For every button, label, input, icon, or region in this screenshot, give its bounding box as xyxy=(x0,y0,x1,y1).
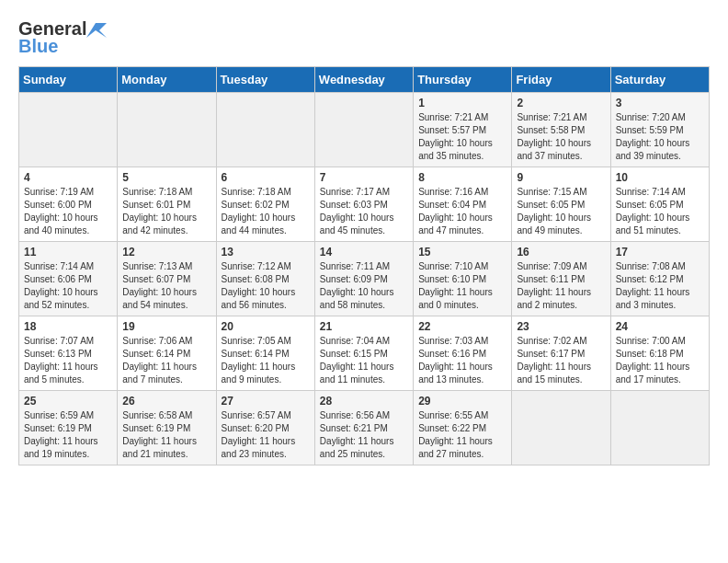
calendar-cell: 6 Sunrise: 7:18 AMSunset: 6:02 PMDayligh… xyxy=(216,167,314,242)
day-number: 26 xyxy=(122,395,210,408)
calendar-cell xyxy=(216,93,314,167)
col-header-wednesday: Wednesday xyxy=(314,67,413,93)
calendar-cell: 28 Sunrise: 6:56 AMSunset: 6:21 PMDaylig… xyxy=(314,391,413,465)
col-header-tuesday: Tuesday xyxy=(216,67,314,93)
day-info: Sunrise: 7:05 AMSunset: 6:14 PMDaylight:… xyxy=(222,336,296,385)
day-info: Sunrise: 7:00 AMSunset: 6:18 PMDaylight:… xyxy=(616,336,690,385)
calendar-cell: 23 Sunrise: 7:02 AMSunset: 6:17 PMDaylig… xyxy=(512,316,610,391)
calendar-cell: 10 Sunrise: 7:14 AMSunset: 6:05 PMDaylig… xyxy=(610,167,709,242)
day-number: 11 xyxy=(24,246,112,259)
day-number: 16 xyxy=(517,246,605,259)
day-info: Sunrise: 7:14 AMSunset: 6:06 PMDaylight:… xyxy=(24,261,98,310)
day-info: Sunrise: 7:11 AMSunset: 6:09 PMDaylight:… xyxy=(320,261,394,310)
day-number: 14 xyxy=(320,246,408,259)
day-number: 1 xyxy=(418,97,506,109)
day-number: 27 xyxy=(222,395,310,408)
day-number: 25 xyxy=(24,395,112,408)
col-header-sunday: Sunday xyxy=(19,67,118,93)
calendar-cell xyxy=(314,93,413,167)
day-number: 18 xyxy=(24,320,112,333)
col-header-thursday: Thursday xyxy=(414,67,512,93)
day-info: Sunrise: 7:10 AMSunset: 6:10 PMDaylight:… xyxy=(418,261,493,310)
day-number: 21 xyxy=(320,320,408,333)
day-number: 29 xyxy=(418,395,506,408)
calendar-cell: 5 Sunrise: 7:18 AMSunset: 6:01 PMDayligh… xyxy=(118,167,216,242)
calendar-cell: 11 Sunrise: 7:14 AMSunset: 6:06 PMDaylig… xyxy=(19,242,118,316)
calendar-cell: 12 Sunrise: 7:13 AMSunset: 6:07 PMDaylig… xyxy=(118,242,216,316)
calendar-cell: 3 Sunrise: 7:20 AMSunset: 5:59 PMDayligh… xyxy=(610,93,709,167)
calendar-cell: 16 Sunrise: 7:09 AMSunset: 6:11 PMDaylig… xyxy=(512,242,610,316)
day-number: 2 xyxy=(517,97,605,109)
day-number: 3 xyxy=(616,97,704,109)
calendar-cell: 29 Sunrise: 6:55 AMSunset: 6:22 PMDaylig… xyxy=(414,391,512,465)
day-info: Sunrise: 6:56 AMSunset: 6:21 PMDaylight:… xyxy=(320,410,394,459)
calendar-cell xyxy=(512,391,610,465)
calendar-week-row: 1 Sunrise: 7:21 AMSunset: 5:57 PMDayligh… xyxy=(19,93,710,167)
calendar-cell: 7 Sunrise: 7:17 AMSunset: 6:03 PMDayligh… xyxy=(314,167,413,242)
day-info: Sunrise: 7:17 AMSunset: 6:03 PMDaylight:… xyxy=(320,187,394,236)
day-number: 5 xyxy=(122,171,210,184)
day-info: Sunrise: 7:13 AMSunset: 6:07 PMDaylight:… xyxy=(122,261,197,310)
day-info: Sunrise: 7:18 AMSunset: 6:01 PMDaylight:… xyxy=(122,187,197,236)
day-info: Sunrise: 7:03 AMSunset: 6:16 PMDaylight:… xyxy=(418,336,493,385)
calendar-cell: 15 Sunrise: 7:10 AMSunset: 6:10 PMDaylig… xyxy=(414,242,512,316)
logo-bird-icon xyxy=(86,19,107,40)
day-number: 20 xyxy=(222,320,310,333)
calendar-cell: 13 Sunrise: 7:12 AMSunset: 6:08 PMDaylig… xyxy=(216,242,314,316)
day-info: Sunrise: 7:21 AMSunset: 5:58 PMDaylight:… xyxy=(517,112,591,161)
day-info: Sunrise: 6:57 AMSunset: 6:20 PMDaylight:… xyxy=(222,410,296,459)
day-info: Sunrise: 7:08 AMSunset: 6:12 PMDaylight:… xyxy=(616,261,690,310)
day-info: Sunrise: 7:02 AMSunset: 6:17 PMDaylight:… xyxy=(517,336,591,385)
day-info: Sunrise: 7:18 AMSunset: 6:02 PMDaylight:… xyxy=(222,187,296,236)
col-header-monday: Monday xyxy=(118,67,216,93)
day-number: 10 xyxy=(616,171,704,184)
svg-marker-0 xyxy=(86,23,107,38)
day-number: 13 xyxy=(222,246,310,259)
day-number: 28 xyxy=(320,395,408,408)
calendar-cell: 26 Sunrise: 6:58 AMSunset: 6:19 PMDaylig… xyxy=(118,391,216,465)
day-info: Sunrise: 6:58 AMSunset: 6:19 PMDaylight:… xyxy=(122,410,197,459)
day-info: Sunrise: 6:55 AMSunset: 6:22 PMDaylight:… xyxy=(418,410,493,459)
day-info: Sunrise: 6:59 AMSunset: 6:19 PMDaylight:… xyxy=(24,410,98,459)
calendar-table: SundayMondayTuesdayWednesdayThursdayFrid… xyxy=(18,66,710,465)
calendar-cell: 20 Sunrise: 7:05 AMSunset: 6:14 PMDaylig… xyxy=(216,316,314,391)
calendar-cell xyxy=(118,93,216,167)
day-info: Sunrise: 7:06 AMSunset: 6:14 PMDaylight:… xyxy=(122,336,197,385)
calendar-cell: 24 Sunrise: 7:00 AMSunset: 6:18 PMDaylig… xyxy=(610,316,709,391)
calendar-cell: 4 Sunrise: 7:19 AMSunset: 6:00 PMDayligh… xyxy=(19,167,118,242)
day-number: 24 xyxy=(616,320,704,333)
day-info: Sunrise: 7:04 AMSunset: 6:15 PMDaylight:… xyxy=(320,336,394,385)
day-number: 6 xyxy=(222,171,310,184)
calendar-cell: 9 Sunrise: 7:15 AMSunset: 6:05 PMDayligh… xyxy=(512,167,610,242)
day-number: 23 xyxy=(517,320,605,333)
day-info: Sunrise: 7:21 AMSunset: 5:57 PMDaylight:… xyxy=(418,112,493,161)
day-info: Sunrise: 7:16 AMSunset: 6:04 PMDaylight:… xyxy=(418,187,493,236)
calendar-cell xyxy=(19,93,118,167)
logo-blue-text: Blue xyxy=(18,36,58,57)
day-number: 22 xyxy=(418,320,506,333)
calendar-cell: 2 Sunrise: 7:21 AMSunset: 5:58 PMDayligh… xyxy=(512,93,610,167)
col-header-saturday: Saturday xyxy=(610,67,709,93)
calendar-week-row: 18 Sunrise: 7:07 AMSunset: 6:13 PMDaylig… xyxy=(19,316,710,391)
calendar-week-row: 4 Sunrise: 7:19 AMSunset: 6:00 PMDayligh… xyxy=(19,167,710,242)
day-number: 12 xyxy=(122,246,210,259)
calendar-week-row: 11 Sunrise: 7:14 AMSunset: 6:06 PMDaylig… xyxy=(19,242,710,316)
day-number: 19 xyxy=(122,320,210,333)
page-header: General Blue xyxy=(18,18,710,57)
day-info: Sunrise: 7:19 AMSunset: 6:00 PMDaylight:… xyxy=(24,187,98,236)
calendar-header-row: SundayMondayTuesdayWednesdayThursdayFrid… xyxy=(19,67,710,93)
day-number: 7 xyxy=(320,171,408,184)
calendar-cell: 27 Sunrise: 6:57 AMSunset: 6:20 PMDaylig… xyxy=(216,391,314,465)
day-number: 15 xyxy=(418,246,506,259)
calendar-cell: 19 Sunrise: 7:06 AMSunset: 6:14 PMDaylig… xyxy=(118,316,216,391)
day-number: 8 xyxy=(418,171,506,184)
calendar-cell: 25 Sunrise: 6:59 AMSunset: 6:19 PMDaylig… xyxy=(19,391,118,465)
calendar-cell: 8 Sunrise: 7:16 AMSunset: 6:04 PMDayligh… xyxy=(414,167,512,242)
calendar-cell: 1 Sunrise: 7:21 AMSunset: 5:57 PMDayligh… xyxy=(414,93,512,167)
day-number: 9 xyxy=(517,171,605,184)
calendar-cell: 21 Sunrise: 7:04 AMSunset: 6:15 PMDaylig… xyxy=(314,316,413,391)
calendar-cell: 17 Sunrise: 7:08 AMSunset: 6:12 PMDaylig… xyxy=(610,242,709,316)
day-info: Sunrise: 7:15 AMSunset: 6:05 PMDaylight:… xyxy=(517,187,591,236)
col-header-friday: Friday xyxy=(512,67,610,93)
calendar-cell xyxy=(610,391,709,465)
